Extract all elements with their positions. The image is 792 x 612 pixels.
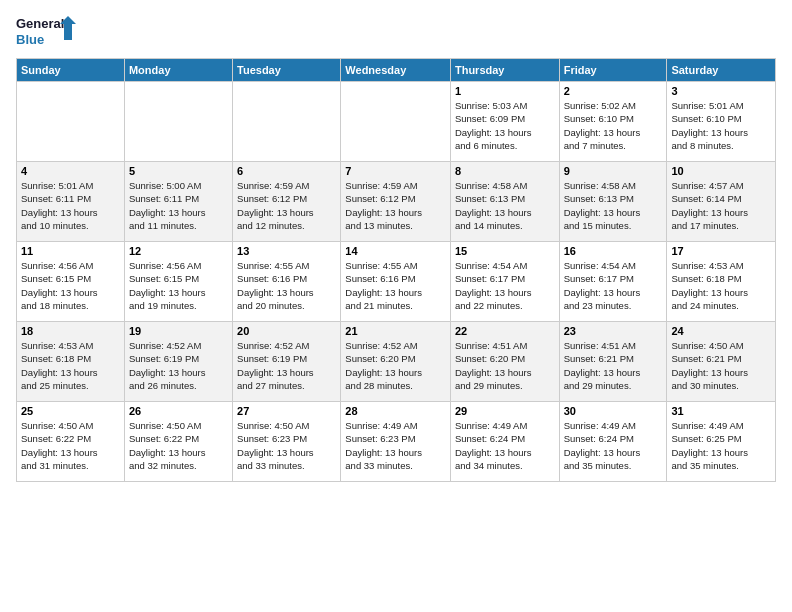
- day-info: Sunrise: 5:02 AM Sunset: 6:10 PM Dayligh…: [564, 99, 663, 152]
- day-number: 17: [671, 245, 771, 257]
- day-info: Sunrise: 5:01 AM Sunset: 6:10 PM Dayligh…: [671, 99, 771, 152]
- calendar-cell: 4Sunrise: 5:01 AM Sunset: 6:11 PM Daylig…: [17, 162, 125, 242]
- calendar-cell: 13Sunrise: 4:55 AM Sunset: 6:16 PM Dayli…: [233, 242, 341, 322]
- logo-svg: General Blue: [16, 12, 76, 50]
- day-info: Sunrise: 4:49 AM Sunset: 6:24 PM Dayligh…: [455, 419, 555, 472]
- day-info: Sunrise: 4:58 AM Sunset: 6:13 PM Dayligh…: [564, 179, 663, 232]
- day-info: Sunrise: 4:52 AM Sunset: 6:20 PM Dayligh…: [345, 339, 446, 392]
- day-number: 16: [564, 245, 663, 257]
- day-number: 20: [237, 325, 336, 337]
- calendar-cell: 20Sunrise: 4:52 AM Sunset: 6:19 PM Dayli…: [233, 322, 341, 402]
- calendar-cell: 24Sunrise: 4:50 AM Sunset: 6:21 PM Dayli…: [667, 322, 776, 402]
- day-info: Sunrise: 4:53 AM Sunset: 6:18 PM Dayligh…: [21, 339, 120, 392]
- weekday-header-wednesday: Wednesday: [341, 59, 451, 82]
- day-info: Sunrise: 4:57 AM Sunset: 6:14 PM Dayligh…: [671, 179, 771, 232]
- day-info: Sunrise: 4:50 AM Sunset: 6:21 PM Dayligh…: [671, 339, 771, 392]
- day-info: Sunrise: 4:49 AM Sunset: 6:23 PM Dayligh…: [345, 419, 446, 472]
- day-number: 11: [21, 245, 120, 257]
- day-number: 24: [671, 325, 771, 337]
- day-info: Sunrise: 4:55 AM Sunset: 6:16 PM Dayligh…: [345, 259, 446, 312]
- calendar-cell: 22Sunrise: 4:51 AM Sunset: 6:20 PM Dayli…: [450, 322, 559, 402]
- day-info: Sunrise: 4:50 AM Sunset: 6:23 PM Dayligh…: [237, 419, 336, 472]
- day-number: 19: [129, 325, 228, 337]
- calendar-cell: 6Sunrise: 4:59 AM Sunset: 6:12 PM Daylig…: [233, 162, 341, 242]
- calendar-cell: 28Sunrise: 4:49 AM Sunset: 6:23 PM Dayli…: [341, 402, 451, 482]
- calendar-cell: 30Sunrise: 4:49 AM Sunset: 6:24 PM Dayli…: [559, 402, 667, 482]
- day-info: Sunrise: 4:59 AM Sunset: 6:12 PM Dayligh…: [237, 179, 336, 232]
- day-number: 29: [455, 405, 555, 417]
- day-info: Sunrise: 4:51 AM Sunset: 6:21 PM Dayligh…: [564, 339, 663, 392]
- calendar-cell: 17Sunrise: 4:53 AM Sunset: 6:18 PM Dayli…: [667, 242, 776, 322]
- day-number: 8: [455, 165, 555, 177]
- calendar-cell: 14Sunrise: 4:55 AM Sunset: 6:16 PM Dayli…: [341, 242, 451, 322]
- day-info: Sunrise: 4:50 AM Sunset: 6:22 PM Dayligh…: [21, 419, 120, 472]
- day-number: 12: [129, 245, 228, 257]
- day-info: Sunrise: 4:54 AM Sunset: 6:17 PM Dayligh…: [564, 259, 663, 312]
- day-number: 3: [671, 85, 771, 97]
- calendar-cell: 27Sunrise: 4:50 AM Sunset: 6:23 PM Dayli…: [233, 402, 341, 482]
- day-info: Sunrise: 4:52 AM Sunset: 6:19 PM Dayligh…: [237, 339, 336, 392]
- day-info: Sunrise: 4:53 AM Sunset: 6:18 PM Dayligh…: [671, 259, 771, 312]
- day-number: 15: [455, 245, 555, 257]
- day-number: 21: [345, 325, 446, 337]
- calendar-cell: 18Sunrise: 4:53 AM Sunset: 6:18 PM Dayli…: [17, 322, 125, 402]
- day-number: 25: [21, 405, 120, 417]
- day-number: 2: [564, 85, 663, 97]
- calendar-cell: 7Sunrise: 4:59 AM Sunset: 6:12 PM Daylig…: [341, 162, 451, 242]
- svg-text:General: General: [16, 16, 64, 31]
- day-info: Sunrise: 4:49 AM Sunset: 6:24 PM Dayligh…: [564, 419, 663, 472]
- calendar-cell: 23Sunrise: 4:51 AM Sunset: 6:21 PM Dayli…: [559, 322, 667, 402]
- calendar-cell: 25Sunrise: 4:50 AM Sunset: 6:22 PM Dayli…: [17, 402, 125, 482]
- day-number: 28: [345, 405, 446, 417]
- calendar-cell: 8Sunrise: 4:58 AM Sunset: 6:13 PM Daylig…: [450, 162, 559, 242]
- calendar-cell: [233, 82, 341, 162]
- calendar-cell: 29Sunrise: 4:49 AM Sunset: 6:24 PM Dayli…: [450, 402, 559, 482]
- calendar-cell: 2Sunrise: 5:02 AM Sunset: 6:10 PM Daylig…: [559, 82, 667, 162]
- day-info: Sunrise: 4:50 AM Sunset: 6:22 PM Dayligh…: [129, 419, 228, 472]
- day-info: Sunrise: 4:58 AM Sunset: 6:13 PM Dayligh…: [455, 179, 555, 232]
- weekday-header-tuesday: Tuesday: [233, 59, 341, 82]
- day-info: Sunrise: 5:03 AM Sunset: 6:09 PM Dayligh…: [455, 99, 555, 152]
- day-info: Sunrise: 4:54 AM Sunset: 6:17 PM Dayligh…: [455, 259, 555, 312]
- calendar-cell: 12Sunrise: 4:56 AM Sunset: 6:15 PM Dayli…: [124, 242, 232, 322]
- calendar-cell: 10Sunrise: 4:57 AM Sunset: 6:14 PM Dayli…: [667, 162, 776, 242]
- calendar-cell: 1Sunrise: 5:03 AM Sunset: 6:09 PM Daylig…: [450, 82, 559, 162]
- weekday-header-sunday: Sunday: [17, 59, 125, 82]
- weekday-header-friday: Friday: [559, 59, 667, 82]
- calendar-cell: 31Sunrise: 4:49 AM Sunset: 6:25 PM Dayli…: [667, 402, 776, 482]
- calendar-cell: [124, 82, 232, 162]
- day-number: 9: [564, 165, 663, 177]
- day-info: Sunrise: 4:55 AM Sunset: 6:16 PM Dayligh…: [237, 259, 336, 312]
- day-info: Sunrise: 5:00 AM Sunset: 6:11 PM Dayligh…: [129, 179, 228, 232]
- day-number: 27: [237, 405, 336, 417]
- logo: General Blue: [16, 12, 76, 50]
- calendar-cell: 16Sunrise: 4:54 AM Sunset: 6:17 PM Dayli…: [559, 242, 667, 322]
- calendar: SundayMondayTuesdayWednesdayThursdayFrid…: [16, 58, 776, 482]
- page: General Blue SundayMondayTuesdayWednesda…: [0, 0, 792, 612]
- calendar-cell: 9Sunrise: 4:58 AM Sunset: 6:13 PM Daylig…: [559, 162, 667, 242]
- day-number: 7: [345, 165, 446, 177]
- day-info: Sunrise: 4:56 AM Sunset: 6:15 PM Dayligh…: [129, 259, 228, 312]
- day-number: 10: [671, 165, 771, 177]
- svg-text:Blue: Blue: [16, 32, 44, 47]
- day-info: Sunrise: 4:52 AM Sunset: 6:19 PM Dayligh…: [129, 339, 228, 392]
- day-number: 4: [21, 165, 120, 177]
- day-number: 30: [564, 405, 663, 417]
- day-number: 26: [129, 405, 228, 417]
- calendar-cell: [341, 82, 451, 162]
- calendar-cell: 19Sunrise: 4:52 AM Sunset: 6:19 PM Dayli…: [124, 322, 232, 402]
- calendar-cell: [17, 82, 125, 162]
- weekday-header-monday: Monday: [124, 59, 232, 82]
- calendar-cell: 21Sunrise: 4:52 AM Sunset: 6:20 PM Dayli…: [341, 322, 451, 402]
- day-info: Sunrise: 4:51 AM Sunset: 6:20 PM Dayligh…: [455, 339, 555, 392]
- calendar-cell: 11Sunrise: 4:56 AM Sunset: 6:15 PM Dayli…: [17, 242, 125, 322]
- day-number: 1: [455, 85, 555, 97]
- day-number: 22: [455, 325, 555, 337]
- day-number: 5: [129, 165, 228, 177]
- calendar-cell: 5Sunrise: 5:00 AM Sunset: 6:11 PM Daylig…: [124, 162, 232, 242]
- weekday-header-thursday: Thursday: [450, 59, 559, 82]
- day-info: Sunrise: 4:59 AM Sunset: 6:12 PM Dayligh…: [345, 179, 446, 232]
- day-info: Sunrise: 4:49 AM Sunset: 6:25 PM Dayligh…: [671, 419, 771, 472]
- day-info: Sunrise: 5:01 AM Sunset: 6:11 PM Dayligh…: [21, 179, 120, 232]
- day-number: 31: [671, 405, 771, 417]
